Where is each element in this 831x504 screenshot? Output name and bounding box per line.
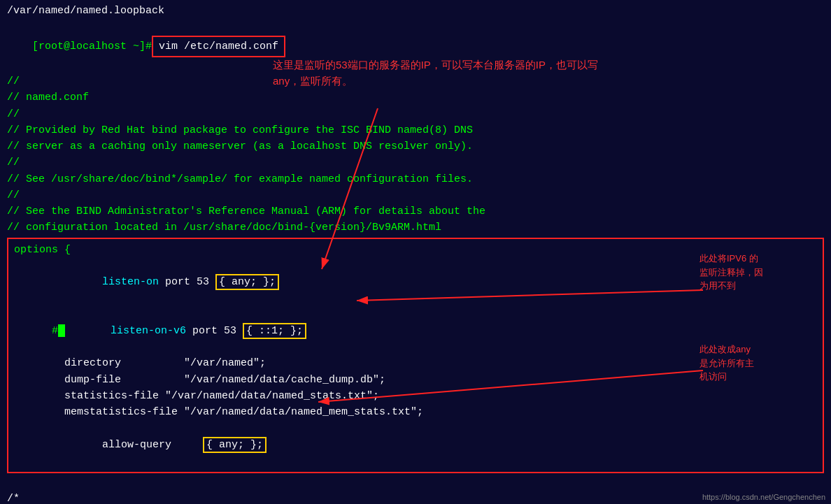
line-after-options [7, 475, 824, 491]
line-server-as: // server as a caching only nameserver (… [7, 138, 824, 154]
line-options-open: options { [14, 242, 817, 258]
line-stats-file: statistics-file "/var/named/data/named_s… [14, 388, 817, 404]
prompt-text: [root@localhost ~]# [32, 41, 152, 52]
any-highlight-1: { any; }; [215, 274, 279, 290]
line-loopback: /var/named/named.loopback [7, 3, 824, 19]
annotation-ipv6: 此处将IPV6 的监听注释掉，因为用不到 [699, 252, 829, 293]
line-named-conf: // named.conf [7, 89, 824, 106]
line-mem-stats: memstatistics-file "/var/named/data/name… [14, 404, 817, 420]
annotation-top-right: 这里是监听的53端口的服务器的IP，可以写本台服务器的IP，也可以写any，监听… [273, 57, 679, 89]
line-blank3: // [7, 154, 824, 171]
line-listen-on-v6: # listen-on-v6 port 53 { ::1; }; [14, 307, 817, 356]
cursor [58, 324, 65, 337]
line-see1: // See /usr/share/doc/bind*/sample/ for … [7, 171, 824, 187]
line-dump-file: dump-file "/var/named/data/cache_dump.db… [14, 372, 817, 388]
line-allow-query: allow-query { any; }; [14, 420, 817, 469]
line-blank4: // [7, 187, 824, 203]
line-config: // configuration located in /usr/share/d… [7, 219, 824, 236]
line-see2: // See the BIND Administrator's Referenc… [7, 203, 824, 219]
v6-highlight: { ::1; }; [243, 323, 306, 339]
watermark: https://blog.csdn.net/Gengchenchen [699, 491, 828, 503]
annotation-any: 此处改成any是允许所有主机访问 [699, 343, 829, 384]
line-blank2: // [7, 106, 824, 122]
line-directory: directory "/var/named"; [14, 355, 817, 371]
vim-command-box: vim /etc/named.conf [152, 36, 285, 57]
line-listen-on: listen-on port 53 { any; }; [14, 258, 817, 307]
line-provided: // Provided by Red Hat bind package to c… [7, 122, 824, 138]
allow-any-highlight: { any; }; [203, 437, 267, 453]
